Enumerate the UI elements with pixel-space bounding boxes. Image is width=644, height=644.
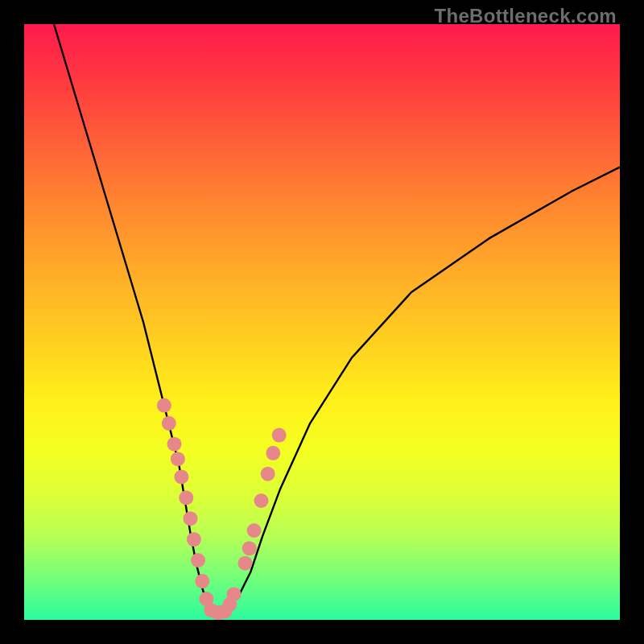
marker-dot — [179, 490, 193, 505]
marker-dot — [174, 469, 188, 484]
marker-dot — [247, 523, 262, 538]
marker-dot — [191, 553, 205, 568]
chart-svg — [24, 24, 620, 620]
marker-dot — [187, 532, 201, 547]
marker-dot — [261, 467, 275, 481]
plot-area — [24, 24, 620, 620]
watermark-text: TheBottleneck.com — [435, 5, 617, 27]
marker-dot — [238, 556, 253, 571]
marker-dot — [242, 541, 257, 555]
marker-dot — [184, 511, 198, 526]
marker-dot — [171, 452, 185, 466]
marker-dot — [167, 437, 182, 452]
marker-dot — [227, 587, 242, 601]
marker-dot — [266, 446, 280, 460]
marker-dot — [195, 574, 209, 588]
marker-dot — [157, 398, 171, 413]
marker-dot — [272, 428, 287, 443]
marker-group — [157, 398, 287, 620]
curve-path — [54, 24, 620, 614]
chart-frame: TheBottleneck.com — [0, 0, 644, 644]
bottleneck-curve — [54, 24, 620, 614]
marker-dot — [254, 493, 269, 508]
marker-dot — [162, 416, 176, 431]
